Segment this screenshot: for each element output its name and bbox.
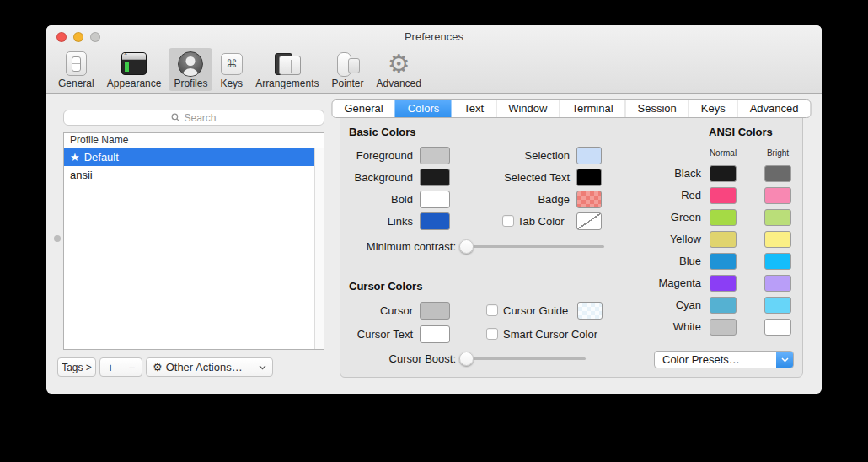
ansi-yellow-normal-well[interactable] [710,231,737,248]
ansi-bright-header: Bright [761,148,795,158]
profile-actions-bar: Tags > + − ⚙ Other Actions… [57,357,273,377]
chevron-down-icon [259,365,266,370]
toolbar-label: Appearance [107,78,162,89]
ansi-red-bright-well[interactable] [764,187,791,204]
toolbar-item-pointer[interactable]: Pointer [327,48,369,91]
slider-knob[interactable] [459,239,474,254]
smart-cursor-color-checkbox[interactable] [486,328,498,340]
bold-color-well[interactable] [420,191,450,208]
ansi-white-bright-well[interactable] [764,319,791,336]
tab-keys[interactable]: Keys [689,100,737,117]
search-input[interactable]: Search [63,110,324,126]
ansi-yellow-bright-well[interactable] [764,231,791,248]
tab-color-well[interactable] [576,212,602,230]
ansi-green-label: Green [619,208,701,226]
ansi-red-normal-well[interactable] [710,187,737,204]
toolbar-item-advanced[interactable]: ⚙ Advanced [372,48,426,91]
cursor-boost-label: Cursor Boost: [340,350,456,368]
ansi-blue-normal-well[interactable] [710,253,737,270]
toolbar-item-profiles[interactable]: Profiles [169,48,212,91]
slider-track[interactable] [459,357,586,360]
slider-knob[interactable] [459,352,474,366]
ansi-normal-header: Normal [706,148,740,158]
cursor-guide-checkbox[interactable] [486,304,498,316]
selected-text-color-well[interactable] [576,169,602,186]
background-color-well[interactable] [420,169,450,186]
ansi-magenta-bright-well[interactable] [764,275,791,292]
toolbar-label: General [58,78,94,89]
search-icon [171,113,180,122]
ansi-green-bright-well[interactable] [764,209,791,226]
profile-row-label: ansii [70,166,93,184]
profile-name-column-header: Profile Name [64,133,324,148]
other-actions-dropdown[interactable]: ⚙ Other Actions… [146,357,273,377]
toolbar-item-general[interactable]: General [53,48,99,91]
links-color-well[interactable] [420,212,450,230]
profile-list-scrollbar[interactable] [314,148,324,349]
splitter-dot [54,235,61,242]
foreground-color-well[interactable] [420,147,450,164]
profile-list: Profile Name ★ Default ansii [63,132,324,350]
ansi-blue-label: Blue [619,252,701,270]
tab-color-label: Tab Color [517,212,570,230]
ansi-cyan-bright-well[interactable] [764,297,791,314]
color-presets-dropdown[interactable]: Color Presets… [654,351,794,368]
other-actions-label: Other Actions… [166,361,243,373]
tab-color-checkbox[interactable] [502,215,514,227]
tab-session[interactable]: Session [625,100,689,117]
smart-cursor-color-label: Smart Cursor Color [503,325,630,343]
add-remove-segment: + − [99,357,142,377]
profile-row-default[interactable]: ★ Default [64,148,324,166]
selection-color-well[interactable] [576,147,602,164]
appearance-window-icon: × [121,51,147,77]
ansi-colors-title: ANSI Colors [709,126,773,138]
toolbar-label: Arrangements [255,78,319,89]
toolbar-label: Keys [220,78,243,89]
tab-terminal[interactable]: Terminal [559,100,624,117]
toolbar-label: Profiles [174,78,207,89]
ansi-green-normal-well[interactable] [710,209,737,226]
ansi-white-normal-well[interactable] [710,319,737,336]
ansi-black-bright-well[interactable] [764,165,791,182]
default-star-icon: ★ [70,148,80,166]
ansi-black-label: Black [619,164,701,182]
profile-row-ansii[interactable]: ansii [64,166,324,184]
tab-text[interactable]: Text [451,100,496,117]
ansi-black-normal-well[interactable] [710,165,737,182]
ansi-cyan-normal-well[interactable] [710,297,737,314]
cursor-boost-slider[interactable] [459,352,586,366]
tab-colors[interactable]: Colors [395,100,452,117]
slider-track[interactable] [459,245,604,248]
ansi-blue-bright-well[interactable] [764,253,791,270]
toolbar-item-keys[interactable]: ⌘ Keys [215,48,248,91]
cursor-text-color-well[interactable] [420,325,450,343]
minimum-contrast-slider[interactable] [459,239,604,254]
cursor-guide-color-well[interactable] [577,302,603,320]
cursor-guide-label: Cursor Guide [503,302,576,320]
foreground-label: Foreground [340,147,413,164]
bold-label: Bold [340,191,413,208]
add-profile-button[interactable]: + [100,358,121,376]
background-label: Background [340,169,413,186]
remove-profile-button[interactable]: − [121,358,142,376]
tab-general[interactable]: General [332,100,394,117]
gear-icon: ⚙ [388,51,410,77]
ansi-red-label: Red [619,186,701,204]
chevron-down-icon [781,357,789,363]
tags-button[interactable]: Tags > [57,357,96,377]
tab-advanced[interactable]: Advanced [737,100,811,117]
switch-icon [66,51,87,77]
ansi-magenta-normal-well[interactable] [710,275,737,292]
cursor-text-label: Cursor Text [340,325,413,343]
person-icon [178,51,203,77]
cursor-color-well[interactable] [420,302,450,320]
badge-color-well[interactable] [576,191,602,208]
window-chrome: Preferences General × Appearance Profile… [46,25,822,94]
toolbar: General × Appearance Profiles ⌘ Keys [53,48,426,91]
toolbar-item-appearance[interactable]: × Appearance [102,48,167,91]
toolbar-item-arrangements[interactable]: Arrangements [250,48,324,91]
settings-tabbar: General Colors Text Window Terminal Sess… [331,99,811,118]
tab-window[interactable]: Window [496,100,559,117]
toolbar-label: Advanced [377,78,421,89]
cursor-label: Cursor [340,302,413,320]
